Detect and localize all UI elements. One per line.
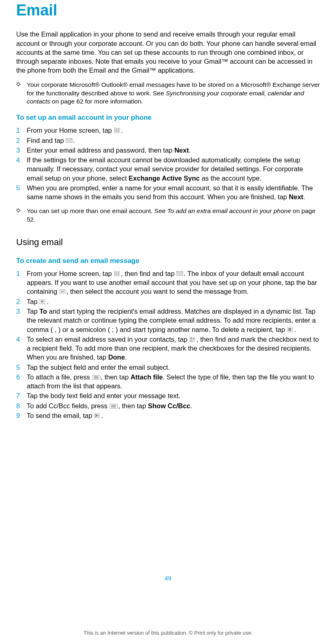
add-contact-icon — [189, 337, 197, 342]
subsection-using-email: Using email — [16, 236, 320, 248]
step-6: 6To attach a file, press , then tap Atta… — [27, 373, 320, 391]
tip-text: Your corporate Microsoft® Outlook® email… — [27, 81, 320, 106]
heading-setup-email: To set up an email account in your phone — [16, 113, 320, 123]
step-4: 4To select an email address saved in you… — [27, 335, 320, 362]
setup-steps-list: 1From your Home screen, tap . 2Find and … — [27, 126, 320, 201]
envelope-icon — [176, 271, 184, 277]
chevron-down-icon — [59, 289, 66, 295]
intro-paragraph: Use the Email application in your phone … — [16, 30, 320, 75]
step-1: 1From your Home screen, tap , then find … — [27, 269, 320, 296]
envelope-icon — [66, 138, 73, 144]
tip-icon — [16, 208, 25, 213]
step-7: 7Tap the body text field and enter your … — [27, 391, 320, 400]
tip-corporate-outlook: Your corporate Microsoft® Outlook® email… — [16, 81, 320, 106]
page-number: 49 — [16, 574, 320, 582]
create-steps-list: 1From your Home screen, tap , then find … — [27, 269, 320, 420]
step-8: 8To add Cc/Bcc fields, press , then tap … — [27, 401, 320, 410]
step-2: 2Find and tap . — [27, 136, 320, 145]
apps-grid-icon — [114, 128, 121, 134]
tip-icon — [16, 82, 25, 87]
page-title: Email — [16, 0, 320, 21]
tip-text: You can set up more than one email accou… — [27, 207, 320, 224]
apps-grid-icon — [114, 271, 121, 277]
step-4: 4If the settings for the email account c… — [27, 155, 320, 183]
step-3: 3Enter your email address and password, … — [27, 146, 320, 155]
step-1: 1From your Home screen, tap . — [27, 126, 320, 135]
menu-icon — [92, 375, 101, 380]
heading-create-send: To create and send an email message — [16, 256, 320, 266]
step-5: 5Tap the subject field and enter the ema… — [27, 363, 320, 372]
delete-icon — [287, 327, 294, 333]
plus-icon — [39, 299, 47, 305]
step-9: 9To send the email, tap . — [27, 411, 320, 420]
step-2: 2Tap . — [27, 297, 320, 306]
send-icon — [94, 413, 101, 419]
step-3: 3Tap To and start typing the recipient's… — [27, 307, 320, 334]
tip-multiple-accounts: You can set up more than one email accou… — [16, 207, 320, 224]
menu-icon — [109, 403, 118, 409]
step-5: 5When you are prompted, enter a name for… — [27, 183, 320, 202]
